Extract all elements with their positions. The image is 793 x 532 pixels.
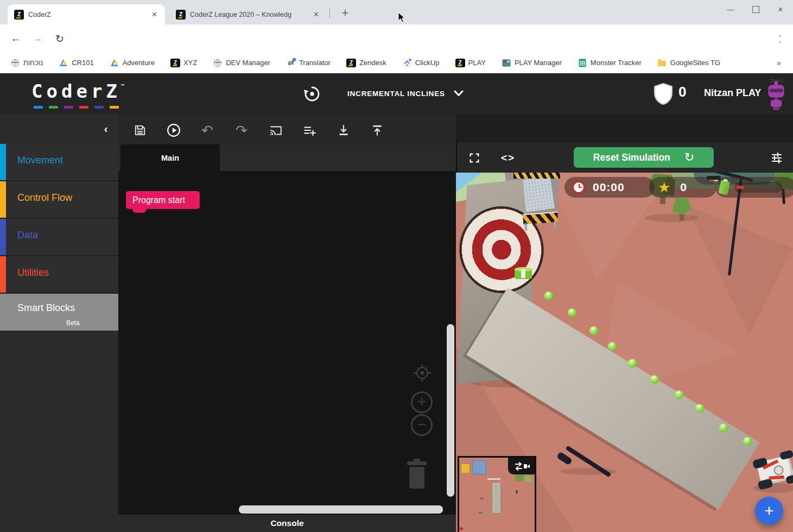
coderz-header: CoderZ™ INCREMENTAL INCLINES 0 Nitzan PL… xyxy=(0,73,793,114)
forward-icon[interactable]: → xyxy=(29,30,46,47)
star-icon: ★ xyxy=(658,181,670,194)
bookmark-clickup[interactable]: ClickUp xyxy=(403,59,440,67)
trash-icon[interactable] xyxy=(404,458,430,490)
new-tab-button[interactable]: + xyxy=(337,4,354,22)
bookmark-nochechut[interactable]: נוכחות xyxy=(11,59,43,67)
construction-barrier xyxy=(522,208,560,232)
category-label: Smart Blocks xyxy=(17,302,75,314)
tab-coderz-league[interactable]: Z CoderZ League 2020 – Knowledg ✕ xyxy=(169,4,327,24)
console-bar[interactable]: Console xyxy=(118,515,456,532)
energy-ball xyxy=(544,292,553,300)
bookmark-googlesites-tg[interactable]: GoogleSites TG xyxy=(658,59,720,67)
bookmarks-bar: נוכחות CR101 Adventure Z XYZ DEV Manager… xyxy=(0,53,793,73)
sidebar-item-smart-blocks[interactable]: Smart Blocks Beta xyxy=(0,294,118,331)
mission-title: INCREMENTAL INCLINES xyxy=(347,90,445,98)
center-view-icon[interactable] xyxy=(413,363,432,383)
minimap-start-line xyxy=(487,478,500,480)
simulation-settings-icon[interactable] xyxy=(770,151,783,164)
upload-icon[interactable] xyxy=(370,123,384,137)
bookmark-label: ClickUp xyxy=(415,59,440,67)
category-label: Control Flow xyxy=(17,192,72,204)
bookmark-dev-manager[interactable]: DEV Manager xyxy=(213,59,270,67)
collapse-sidebar-icon[interactable]: ‹ xyxy=(99,122,113,136)
energy-ball xyxy=(695,404,704,413)
mission-selector[interactable]: INCREMENTAL INCLINES xyxy=(347,83,464,104)
bookmark-cr101[interactable]: CR101 xyxy=(59,59,93,67)
vertical-scrollbar[interactable] xyxy=(447,324,454,497)
bookmark-label: CR101 xyxy=(72,59,93,67)
minimap[interactable] xyxy=(458,456,536,532)
program-start-block[interactable]: Program start xyxy=(126,191,200,209)
refresh-icon: ↻ xyxy=(684,152,694,163)
tab-title: CoderZ League 2020 – Knowledg xyxy=(190,11,307,18)
code-view-icon[interactable]: <> xyxy=(502,151,515,164)
username[interactable]: Nitzan PLAY xyxy=(704,87,761,99)
zoom-in-icon[interactable]: + xyxy=(411,391,433,413)
drive-icon xyxy=(110,59,119,67)
energy-ball xyxy=(675,390,683,399)
add-to-list-icon[interactable] xyxy=(302,123,316,137)
clickup-icon xyxy=(403,59,411,67)
horizontal-scrollbar[interactable] xyxy=(239,505,443,514)
bookmark-xyz[interactable]: Z XYZ xyxy=(171,59,197,67)
close-window-button[interactable]: ✕ xyxy=(768,0,793,18)
category-color-bar xyxy=(0,181,6,218)
chevron-down-icon xyxy=(454,90,464,97)
tab-close-icon[interactable]: ✕ xyxy=(311,9,321,20)
sidebar-item-data[interactable]: Data xyxy=(0,219,118,256)
maximize-button[interactable] xyxy=(743,0,768,18)
bookmark-zendesk[interactable]: Z Zendesk xyxy=(347,59,386,67)
sidebar-item-utilities[interactable]: Utilities xyxy=(0,256,118,294)
zoom-out-icon[interactable]: − xyxy=(411,414,433,436)
sidebar-item-control-flow[interactable]: Control Flow xyxy=(0,181,118,219)
back-icon[interactable]: ← xyxy=(8,30,24,47)
bookmark-monster-tracker[interactable]: Monster Tracker xyxy=(578,59,642,67)
bookmark-play-manager[interactable]: PLAY Manager xyxy=(502,59,562,67)
energy-hud xyxy=(715,177,793,198)
cast-icon[interactable] xyxy=(269,123,283,137)
add-object-fab[interactable]: + xyxy=(755,497,783,525)
workspace-toolbar: ↶ ↷ xyxy=(118,114,456,144)
blockly-canvas[interactable]: Program start + − xyxy=(118,171,456,515)
fullscreen-icon[interactable] xyxy=(468,151,481,164)
reload-icon[interactable]: ↻ xyxy=(52,30,68,47)
battery-icon xyxy=(719,180,731,195)
bookmark-adventure[interactable]: Adventure xyxy=(110,59,155,67)
sidebar-header: ‹ xyxy=(0,114,118,145)
logo-tm: ™ xyxy=(121,83,124,89)
coderz-z-icon: Z xyxy=(171,59,180,67)
minimap-marker xyxy=(480,498,484,499)
bookmark-translator[interactable]: ⇄ Translator xyxy=(287,59,331,67)
undo-icon[interactable]: ↶ xyxy=(200,123,214,137)
tab-close-icon[interactable]: ✕ xyxy=(149,9,160,20)
camera-switch-button[interactable] xyxy=(508,458,535,474)
redo-icon[interactable]: ↷ xyxy=(234,123,249,137)
robot-avatar[interactable] xyxy=(764,76,788,112)
coderz-z-icon: Z xyxy=(456,59,465,67)
minimap-ramp xyxy=(492,482,501,514)
simulation-3d-scene[interactable]: 00:00 ★ 0 xyxy=(456,173,793,532)
bookmark-label: PLAY Manager xyxy=(515,59,562,67)
bookmarks-overflow-icon[interactable]: » xyxy=(777,58,781,67)
bookmark-play[interactable]: Z PLAY xyxy=(456,59,486,67)
download-icon[interactable] xyxy=(337,123,351,137)
bookmark-label: PLAY xyxy=(468,59,486,67)
history-reset-icon[interactable] xyxy=(303,85,321,103)
sidebar-item-movement[interactable]: Movement xyxy=(0,144,118,181)
reset-simulation-button[interactable]: Reset Simulation ↻ xyxy=(574,147,714,168)
tab-coderz[interactable]: Z CoderZ ✕ xyxy=(8,4,165,24)
thumbnail-icon xyxy=(502,59,511,67)
energy-ball xyxy=(743,437,752,446)
energy-ball xyxy=(608,342,617,351)
bookmark-label: נוכחות xyxy=(23,59,43,67)
category-label: Movement xyxy=(17,155,63,166)
energy-spool xyxy=(515,266,532,281)
tab-main[interactable]: Main xyxy=(120,144,220,171)
save-icon[interactable] xyxy=(133,123,147,137)
energy-ball xyxy=(568,308,576,317)
minimize-button[interactable]: — xyxy=(718,0,743,18)
bookmark-label: Translator xyxy=(299,59,331,67)
energy-ball xyxy=(628,359,637,368)
simulation-top-strip xyxy=(456,114,793,143)
run-program-icon[interactable] xyxy=(167,123,181,137)
